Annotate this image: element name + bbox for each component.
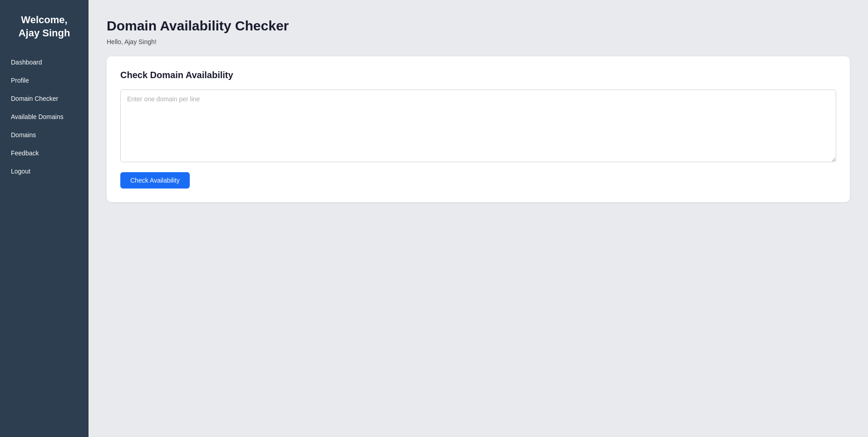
greeting: Hello, Ajay Singh! bbox=[107, 38, 850, 45]
sidebar-welcome: Welcome, Ajay Singh bbox=[0, 14, 89, 53]
main-content: Domain Availability Checker Hello, Ajay … bbox=[89, 0, 868, 437]
domain-textarea[interactable] bbox=[120, 89, 836, 162]
sidebar: Welcome, Ajay Singh Dashboard Profile Do… bbox=[0, 0, 89, 437]
sidebar-nav: Dashboard Profile Domain Checker Availab… bbox=[0, 53, 89, 180]
sidebar-item-available-domains[interactable]: Available Domains bbox=[0, 108, 89, 126]
domain-checker-card: Check Domain Availability Check Availabi… bbox=[107, 56, 850, 202]
sidebar-item-logout[interactable]: Logout bbox=[0, 162, 89, 180]
sidebar-item-feedback[interactable]: Feedback bbox=[0, 144, 89, 162]
check-availability-button[interactable]: Check Availability bbox=[120, 172, 190, 189]
sidebar-item-domain-checker[interactable]: Domain Checker bbox=[0, 89, 89, 108]
sidebar-item-domains[interactable]: Domains bbox=[0, 126, 89, 144]
page-title: Domain Availability Checker bbox=[107, 18, 850, 34]
sidebar-item-dashboard[interactable]: Dashboard bbox=[0, 53, 89, 71]
card-title: Check Domain Availability bbox=[120, 70, 836, 80]
sidebar-item-profile[interactable]: Profile bbox=[0, 71, 89, 89]
